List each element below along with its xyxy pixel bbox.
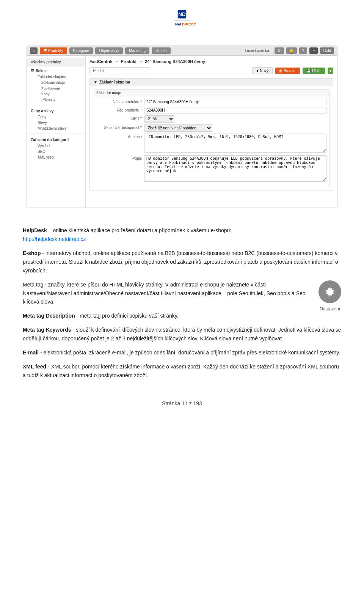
sidebar-section-ceny: Ceny a slevy Ceny Slevy Množstevní slevy bbox=[27, 107, 85, 132]
svg-text:ND: ND bbox=[178, 11, 186, 17]
home-button[interactable]: ⌂ bbox=[30, 47, 38, 54]
anotace-label: Anotace bbox=[96, 134, 142, 139]
kod-field bbox=[144, 107, 326, 113]
anotace-textarea[interactable]: LCD monitor LED, 250cd/m2, 5ms, 16:9, 19… bbox=[144, 134, 326, 153]
helpdesk-bold: HelpDesk bbox=[23, 227, 47, 233]
save-dropdown-button[interactable]: ▾ bbox=[328, 68, 333, 74]
form-row-nazev: Název produktu * bbox=[96, 99, 326, 105]
nastaveni-box: Nastavení bbox=[318, 280, 341, 313]
sidebar: Všechny produkty ☰ Sekce Základní skupin… bbox=[27, 56, 86, 208]
marketing-button[interactable]: Marketing bbox=[125, 47, 149, 54]
text-content: HelpDesk – online klientská aplikace pro… bbox=[0, 215, 364, 393]
obsah-button[interactable]: Obsah bbox=[152, 47, 170, 54]
help-button[interactable]: ? bbox=[299, 47, 308, 54]
popis-field: HD monitor Samsung S24A300H obsahuje LED… bbox=[144, 155, 326, 183]
form-body: Název produktu * Kód produktu * bbox=[93, 96, 329, 187]
breadcrumb-part1: FastCentrik bbox=[89, 59, 113, 64]
sidebar-item-priznaky[interactable]: Příznaky bbox=[31, 97, 82, 102]
email-bold: E-mail bbox=[23, 349, 39, 356]
xmlfeed-text: - XML soubor, pomocí kterého získáme inf… bbox=[23, 364, 339, 378]
email-paragraph: E-mail - elektronická pošta, zkráceně e-… bbox=[23, 348, 341, 357]
xmlfeed-bold: XML feed bbox=[23, 364, 46, 370]
email-text: - elektronická pošta, zkráceně e-mail, j… bbox=[39, 349, 340, 356]
sidebar-item-xml-feed[interactable]: XML feed bbox=[31, 154, 82, 160]
sidebar-zarazeni-title: Zařazení do kategorií bbox=[31, 138, 82, 142]
new-icon: ● bbox=[256, 69, 259, 73]
page-footer: Stránka 11 z 193 bbox=[0, 393, 364, 418]
kod-label: Kód produktu * bbox=[96, 107, 142, 112]
nazev-label: Název produktu * bbox=[96, 99, 142, 104]
popis-label: Popis bbox=[96, 155, 142, 161]
delete-icon: 🗑 bbox=[279, 69, 282, 73]
nastaveni-icon bbox=[318, 280, 341, 303]
new-button[interactable]: ● Nový bbox=[252, 67, 273, 74]
sidebar-all-products[interactable]: Všechny produkty bbox=[27, 58, 85, 66]
sidebar-item-zakladni-skupina[interactable]: Základní skupina bbox=[31, 74, 82, 80]
skladova-select[interactable]: Zboží již není v naší nabídce Skladem Na… bbox=[144, 124, 212, 132]
dph-field: 21 % 15 % 0 % bbox=[144, 115, 326, 123]
marketing-label: Marketing bbox=[129, 49, 146, 53]
sidebar-item-zakladni-udaje[interactable]: Základní údaje bbox=[31, 80, 82, 85]
nazev-input[interactable] bbox=[144, 99, 326, 105]
metatag-description-paragraph: Meta tag Description - meta-tag pro defi… bbox=[23, 312, 341, 320]
form-row-kod: Kód produktu * bbox=[96, 107, 326, 113]
svg-text:® member of allegro group: ® member of allegro group bbox=[174, 20, 190, 21]
user-label: Lucie Lazecká bbox=[245, 49, 269, 53]
page-header: ND ® member of allegro group Net DIRECT bbox=[0, 0, 364, 39]
skladova-label: Skladová dostupnost * bbox=[96, 124, 142, 130]
objednavky-button[interactable]: Objednávky bbox=[95, 47, 123, 54]
helpdesk-url[interactable]: http://helpdesk.netdirect.cz bbox=[23, 236, 86, 242]
helpdesk-desc: – online klientská aplikace pro řešení d… bbox=[47, 227, 231, 233]
breadcrumb-current: 24" Samsung S24A300H černý bbox=[145, 59, 205, 64]
svg-text:Net: Net bbox=[175, 22, 182, 26]
metatag-desc: - značky, které se píšou do HTML hlavičk… bbox=[23, 282, 306, 305]
eshop-desc: - internetový obchod, on-line aplikace p… bbox=[23, 250, 338, 274]
sidebar-item-seo[interactable]: SEO bbox=[31, 149, 82, 154]
produkty-label: Produkty bbox=[48, 49, 63, 53]
produkty-button[interactable]: ☰ Produkty bbox=[40, 47, 67, 54]
screenshot-area: ⌂ ☰ Produkty Kategorie Objednávky Market… bbox=[27, 46, 337, 208]
form-row-dph: DPH * 21 % 15 % 0 % bbox=[96, 115, 326, 123]
sidebar-item-ceny[interactable]: Ceny bbox=[31, 114, 82, 120]
form-section-title: ▼ Základní skupina bbox=[90, 79, 333, 86]
sidebar-item-kody[interactable]: Kódy bbox=[31, 91, 82, 97]
delete-label: Smazat bbox=[284, 69, 297, 73]
metatag-bold: Meta tag bbox=[23, 282, 43, 288]
eshop-paragraph: E-shop - internetový obchod, on-line apl… bbox=[23, 249, 341, 275]
metatag-desc-bold: Meta tag Description bbox=[23, 313, 75, 319]
breadcrumb: FastCentrik → Produkt → 24" Samsung S24A… bbox=[89, 59, 333, 64]
dph-select[interactable]: 21 % 15 % 0 % bbox=[144, 115, 174, 123]
settings-button[interactable]: ⚙ bbox=[275, 47, 284, 54]
delete-button[interactable]: 🗑 Smazat bbox=[275, 68, 300, 74]
popis-textarea[interactable]: HD monitor Samsung S24A300H obsahuje LED… bbox=[144, 155, 326, 182]
nastaveni-label: Nastavení bbox=[318, 305, 341, 313]
helpdesk-paragraph: HelpDesk – online klientská aplikace pro… bbox=[23, 226, 341, 244]
sidebar-item-publikovani[interactable]: Publikování bbox=[31, 85, 82, 91]
metatag-kw-bold: Meta tag Keywords bbox=[23, 327, 71, 333]
form-row-anotace: Anotace LCD monitor LED, 250cd/m2, 5ms, … bbox=[96, 134, 326, 153]
breadcrumb-arrow1: → bbox=[115, 59, 119, 64]
kategorie-button[interactable]: Kategorie bbox=[69, 47, 93, 54]
search-input[interactable] bbox=[89, 67, 150, 74]
content-area: FastCentrik → Produkt → 24" Samsung S24A… bbox=[86, 56, 337, 208]
save-button[interactable]: 💾 Uložit bbox=[303, 68, 325, 74]
kategorie-label: Kategorie bbox=[73, 49, 89, 53]
kod-input[interactable] bbox=[144, 107, 326, 113]
cold-button[interactable]: Cold bbox=[320, 47, 334, 54]
dph-label: DPH * bbox=[96, 115, 142, 121]
sidebar-item-mnozstevni[interactable]: Množstevní slevy bbox=[31, 126, 82, 131]
f-button[interactable]: F bbox=[309, 47, 318, 54]
action-bar: ● Nový 🗑 Smazat 💾 Uložit ▾ bbox=[89, 67, 333, 74]
form-sub-section: Základní údaje Název produktu * bbox=[93, 89, 330, 187]
netdirect-logo: ND ® member of allegro group Net DIRECT bbox=[165, 7, 199, 33]
sidebar-sekce-title: ☰ Sekce bbox=[31, 69, 82, 73]
xmlfeed-paragraph: XML feed - XML soubor, pomocí kterého zí… bbox=[23, 362, 341, 380]
main-area: Všechny produkty ☰ Sekce Základní skupin… bbox=[27, 56, 337, 208]
sidebar-item-slevy[interactable]: Slevy bbox=[31, 120, 82, 126]
notification-button[interactable]: 🔔 bbox=[286, 47, 297, 54]
eshop-bold: E-shop bbox=[23, 250, 41, 256]
sidebar-item-vyrobci[interactable]: Výrobci bbox=[31, 143, 82, 149]
obsah-label: Obsah bbox=[155, 49, 166, 53]
breadcrumb-arrow2: → bbox=[138, 59, 143, 64]
sidebar-ceny-title: Ceny a slevy bbox=[31, 109, 82, 113]
